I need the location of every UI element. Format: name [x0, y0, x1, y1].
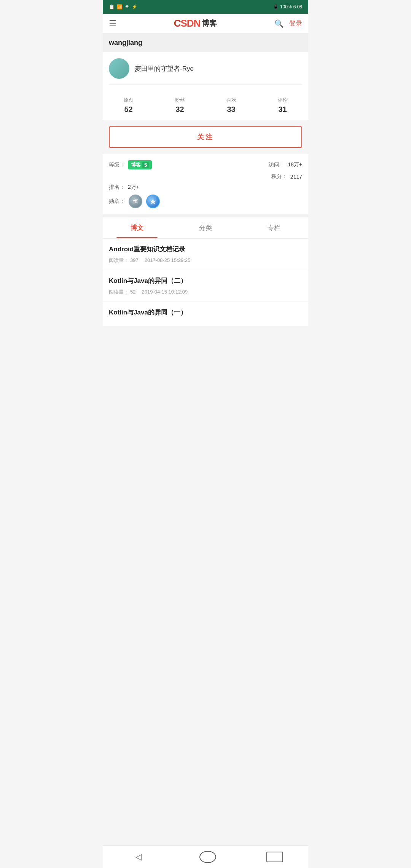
status-right-info: 📱 100% 6:08 [273, 4, 302, 10]
page-title: wangjiang [109, 39, 142, 46]
score-row: 积分： 2117 [109, 173, 302, 180]
rank-label: 排名： [109, 184, 125, 191]
logo-csdn: CSDN [174, 18, 201, 29]
medals-label: 勋章： [109, 198, 125, 205]
blog-meta-2: 阅读量： 52 2019-04-15 10:12:09 [109, 289, 302, 295]
blog-date-2: 2019-04-15 10:12:09 [142, 289, 188, 295]
battery-text: 100% [280, 4, 292, 10]
stat-original-value: 52 [124, 105, 132, 114]
stat-comments-label: 评论 [278, 97, 288, 104]
status-bar: 📋 📶 👁 ⚡ 📱 100% 6:08 [103, 0, 308, 14]
stat-likes-value: 33 [227, 105, 235, 114]
blog-item-3[interactable]: Kotlin与Java的异同（一） [103, 302, 308, 327]
profile-section: 麦田里的守望者-Rye [103, 52, 308, 91]
level-visit-row: 等级： 博客 5 访问： 18万+ [109, 160, 302, 169]
blog-list: Android重要知识文档记录 阅读量： 397 2017-08-25 15:2… [103, 239, 308, 326]
stat-original-label: 原创 [124, 97, 134, 104]
top-nav: ☰ CSDN 博客 🔍 登录 [103, 14, 308, 34]
stat-likes: 喜欢 33 [226, 97, 236, 114]
stat-fans-value: 32 [175, 105, 184, 114]
signal-icon: 📱 [273, 4, 279, 10]
profile-name: 麦田里的守望者-Rye [135, 64, 194, 73]
level-badge-text: 博客 [131, 161, 141, 168]
rank-row: 排名： 2万+ [109, 184, 302, 191]
stat-fans: 粉丝 32 [175, 97, 185, 114]
blog-date-1: 2017-08-25 15:29:25 [145, 257, 191, 263]
rank-value: 2万+ [128, 184, 139, 191]
menu-icon[interactable]: ☰ [109, 19, 116, 29]
level-label: 等级： [109, 161, 125, 168]
search-icon[interactable]: 🔍 [274, 19, 284, 28]
stat-comments: 评论 31 [278, 97, 288, 114]
blog-title-2: Kotlin与Java的异同（二） [109, 276, 302, 286]
medal-1: 恒 [129, 195, 142, 208]
avatar [109, 58, 129, 79]
blog-read-1: 阅读量： 397 [109, 257, 139, 264]
usb-icon: ⚡ [132, 4, 137, 10]
logo-text: 博客 [202, 18, 217, 29]
tab-column[interactable]: 专栏 [240, 217, 308, 238]
stats-row: 原创 52 粉丝 32 喜欢 33 评论 31 [103, 91, 308, 120]
blog-title-3: Kotlin与Java的异同（一） [109, 308, 302, 317]
blog-read-2: 阅读量： 52 [109, 289, 135, 295]
score-group: 积分： 2117 [271, 173, 302, 180]
follow-section: 关注 [103, 120, 308, 154]
info-section: 等级： 博客 5 访问： 18万+ 积分： 2117 排名： 2万+ [103, 154, 308, 217]
profile-header: 麦田里的守望者-Rye [109, 58, 302, 85]
visit-value: 18万+ [288, 161, 302, 168]
page-title-bar: wangjiang [103, 34, 308, 52]
status-left-icons: 📋 📶 👁 ⚡ [109, 4, 137, 10]
logo: CSDN 博客 [174, 18, 217, 29]
level-group: 等级： 博客 5 [109, 160, 152, 169]
level-num: 5 [142, 162, 149, 168]
medals-row: 勋章： 恒 [109, 195, 302, 208]
follow-button[interactable]: 关注 [109, 126, 302, 148]
tab-category[interactable]: 分类 [171, 217, 240, 238]
tabs-section: 博文 分类 专栏 [103, 217, 308, 239]
stat-likes-label: 喜欢 [226, 97, 236, 104]
visit-label: 访问： [269, 161, 285, 168]
stats-section: 原创 52 粉丝 32 喜欢 33 评论 31 [103, 91, 308, 120]
time-text: 6:08 [293, 4, 302, 10]
nav-right-actions: 🔍 登录 [274, 19, 302, 28]
eye-icon: 👁 [125, 4, 129, 10]
blog-item-2[interactable]: Kotlin与Java的异同（二） 阅读量： 52 2019-04-15 10:… [103, 270, 308, 302]
wifi-icon: 📶 [117, 4, 123, 10]
medal-2 [146, 195, 160, 208]
stat-comments-value: 31 [278, 105, 287, 114]
score-label: 积分： [271, 173, 287, 180]
tab-blog[interactable]: 博文 [103, 217, 171, 238]
level-badge: 博客 5 [128, 160, 152, 169]
stat-original: 原创 52 [124, 97, 134, 114]
login-button[interactable]: 登录 [289, 19, 302, 28]
visit-group: 访问： 18万+ [269, 160, 302, 169]
blog-meta-1: 阅读量： 397 2017-08-25 15:29:25 [109, 257, 302, 264]
stat-fans-label: 粉丝 [175, 97, 185, 104]
score-value: 2117 [290, 174, 302, 180]
notification-icon: 📋 [109, 4, 115, 10]
blog-item-1[interactable]: Android重要知识文档记录 阅读量： 397 2017-08-25 15:2… [103, 239, 308, 270]
blog-title-1: Android重要知识文档记录 [109, 245, 302, 254]
